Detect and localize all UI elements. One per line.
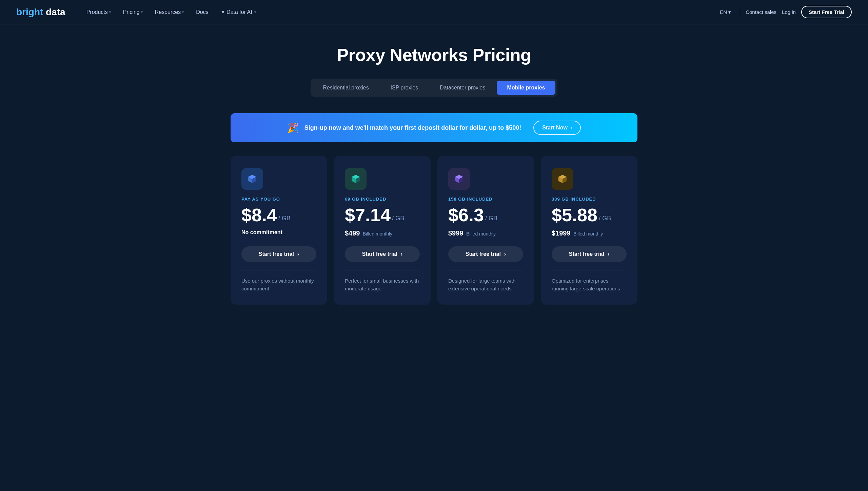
card-description: Designed for large teams with extensive … xyxy=(448,277,523,292)
card-cta-button[interactable]: Start free trial › xyxy=(552,246,627,262)
nav-links: Products ▾ Pricing ▾ Resources ▾ Docs ✦ … xyxy=(82,6,717,18)
banner-text: Sign-up now and we'll match your first d… xyxy=(304,124,521,131)
card-price-unit: / GB xyxy=(392,215,404,222)
card-price-unit: / GB xyxy=(599,215,611,222)
chevron-down-icon: ▾ xyxy=(141,10,143,14)
pricing-grid: PAY AS YOU GO $8.4 / GB No commitment St… xyxy=(231,156,637,305)
nav-item-products[interactable]: Products ▾ xyxy=(82,6,116,18)
tab-datacenter-proxies[interactable]: Datacenter proxies xyxy=(430,81,495,95)
card-cta-button[interactable]: Start free trial › xyxy=(448,246,523,262)
card-price-unit: / GB xyxy=(485,215,497,222)
card-price-main: $5.88 xyxy=(552,206,597,224)
card-icon-wrapper xyxy=(448,168,470,190)
pricing-card-payasyougo: PAY AS YOU GO $8.4 / GB No commitment St… xyxy=(231,156,327,305)
language-selector[interactable]: EN ▾ xyxy=(716,7,734,17)
promo-banner: 🎉 Sign-up now and we'll match your first… xyxy=(231,113,637,142)
card-cta-button[interactable]: Start free trial › xyxy=(345,246,420,262)
card-billing: $999 Billed monthly xyxy=(448,229,523,238)
nav-right: EN ▾ Contact sales Log in Start Free Tri… xyxy=(716,6,852,18)
cube-icon xyxy=(557,173,568,184)
card-icon-wrapper xyxy=(345,168,367,190)
billing-amount: $1999 xyxy=(552,229,571,237)
nav-divider xyxy=(740,7,740,17)
nav-item-data-ai[interactable]: ✦ Data for AI ▾ xyxy=(216,6,261,18)
navbar: bright data Products ▾ Pricing ▾ Resourc… xyxy=(0,0,868,24)
party-icon: 🎉 xyxy=(287,122,299,134)
contact-sales-link[interactable]: Contact sales xyxy=(746,9,776,15)
billing-amount: $499 xyxy=(345,229,360,237)
card-price-main: $8.4 xyxy=(241,206,277,224)
card-price-unit: / GB xyxy=(278,215,291,222)
card-price-main: $6.3 xyxy=(448,206,484,224)
arrow-right-icon: › xyxy=(570,125,572,131)
billing-period: Billed monthly xyxy=(573,231,603,237)
chevron-down-icon: ▾ xyxy=(728,9,731,15)
billing-period: Billed monthly xyxy=(466,231,496,237)
tab-isp-proxies[interactable]: ISP proxies xyxy=(380,81,429,95)
nav-item-docs[interactable]: Docs xyxy=(191,6,213,18)
card-tier-label: PAY AS YOU GO xyxy=(241,197,316,202)
tab-residential-proxies[interactable]: Residential proxies xyxy=(313,81,379,95)
tab-mobile-proxies[interactable]: Mobile proxies xyxy=(497,81,555,95)
card-divider xyxy=(552,270,627,270)
brand-name-part1: bright xyxy=(16,7,43,17)
chevron-down-icon: ▾ xyxy=(182,10,184,14)
page-title: Proxy Networks Pricing xyxy=(231,45,637,65)
pricing-card-339gb: 339 GB INCLUDED $5.88 / GB $1999 Billed … xyxy=(541,156,637,305)
card-cta-button[interactable]: Start free trial › xyxy=(241,246,316,262)
billing-nocommit: No commitment xyxy=(241,229,282,235)
card-price-main: $7.14 xyxy=(345,206,391,224)
card-description: Use our proxies without monthly commitme… xyxy=(241,277,316,292)
card-billing: $1999 Billed monthly xyxy=(552,229,627,238)
card-price-row: $8.4 / GB xyxy=(241,206,316,224)
card-icon-wrapper xyxy=(552,168,573,190)
tabs-container: Residential proxies ISP proxies Datacent… xyxy=(231,79,637,97)
card-description: Optimized for enterprises running large-… xyxy=(552,277,627,292)
arrow-right-icon: › xyxy=(401,251,402,257)
cube-icon xyxy=(350,173,361,184)
card-icon-wrapper xyxy=(241,168,263,190)
chevron-down-icon: ▾ xyxy=(109,10,111,14)
cube-icon xyxy=(247,173,258,184)
card-description: Perfect for small businesses with modera… xyxy=(345,277,420,292)
nav-item-pricing[interactable]: Pricing ▾ xyxy=(118,6,147,18)
main-content: Proxy Networks Pricing Residential proxi… xyxy=(217,24,651,332)
card-tier-label: 69 GB INCLUDED xyxy=(345,197,420,202)
billing-amount: $999 xyxy=(448,229,463,237)
card-price-row: $6.3 / GB xyxy=(448,206,523,224)
brand-logo[interactable]: bright data xyxy=(16,7,65,18)
card-billing: $499 Billed monthly xyxy=(345,229,420,238)
brand-name-part2: data xyxy=(43,7,65,17)
start-free-trial-button[interactable]: Start Free Trial xyxy=(801,6,852,18)
card-price-row: $7.14 / GB xyxy=(345,206,420,224)
login-button[interactable]: Log in xyxy=(782,9,796,15)
card-divider xyxy=(345,270,420,270)
cube-icon xyxy=(454,173,465,184)
arrow-right-icon: › xyxy=(504,251,506,257)
card-price-row: $5.88 / GB xyxy=(552,206,627,224)
card-divider xyxy=(241,270,316,270)
card-billing: No commitment xyxy=(241,229,316,238)
card-tier-label: 158 GB INCLUDED xyxy=(448,197,523,202)
nav-item-resources[interactable]: Resources ▾ xyxy=(150,6,189,18)
proxy-type-tabs: Residential proxies ISP proxies Datacent… xyxy=(311,79,557,97)
banner-start-now-button[interactable]: Start Now › xyxy=(533,121,581,135)
pricing-card-158gb: 158 GB INCLUDED $6.3 / GB $999 Billed mo… xyxy=(437,156,534,305)
chevron-down-icon: ▾ xyxy=(254,10,256,14)
pricing-card-69gb: 69 GB INCLUDED $7.14 / GB $499 Billed mo… xyxy=(334,156,431,305)
billing-period: Billed monthly xyxy=(363,231,392,237)
card-tier-label: 339 GB INCLUDED xyxy=(552,197,627,202)
arrow-right-icon: › xyxy=(608,251,609,257)
arrow-right-icon: › xyxy=(297,251,299,257)
card-divider xyxy=(448,270,523,270)
